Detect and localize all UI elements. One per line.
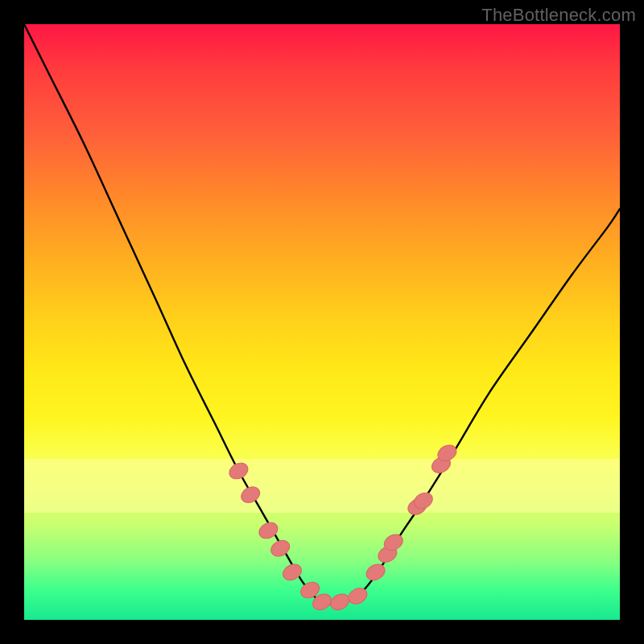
- bottleneck-curve: [24, 24, 620, 604]
- curve-marker: [328, 591, 352, 613]
- curve-marker: [227, 460, 251, 481]
- chart-frame: TheBottleneck.com: [0, 0, 644, 644]
- curve-marker: [364, 561, 388, 583]
- curve-layer: [24, 24, 620, 620]
- curve-marker: [268, 538, 292, 559]
- marker-group: [227, 442, 460, 613]
- plot-area: [24, 24, 620, 620]
- watermark-text: TheBottleneck.com: [481, 5, 636, 26]
- curve-marker: [238, 484, 262, 506]
